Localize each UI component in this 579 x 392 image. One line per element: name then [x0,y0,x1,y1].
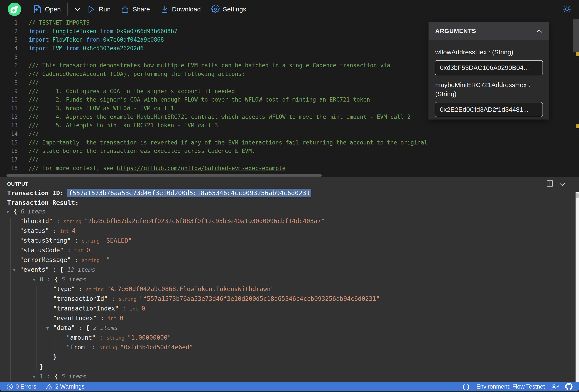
open-dropdown-chevron-icon[interactable] [73,5,82,14]
output-scrollbar-thumb[interactable] [576,193,579,198]
settings-button[interactable]: Settings [211,5,246,14]
editor-horizontal-scrollbar[interactable] [6,174,322,177]
errors-status[interactable]: 0 Errors [6,383,36,390]
line-number: 8 [0,78,18,87]
colon: : [75,324,86,332]
tree-collapse-arrow-icon[interactable]: ▼ [46,324,53,333]
code-text: /// For more context, see https://github… [29,164,286,173]
argument-input-1[interactable] [435,102,543,117]
code-text: /// 5. Attempts to mint an ERC721 token … [29,121,218,130]
colon: : [96,334,107,341]
code-line: 15/// Importantly, the transaction is re… [0,138,579,147]
share-label: Share [133,6,150,13]
opening-brace: [ [60,266,67,273]
line-number: 9 [0,87,18,96]
line-number: 7 [0,70,18,78]
item-count: 5 items [62,276,86,283]
argument-input-0[interactable] [435,60,543,75]
download-button[interactable]: Download [160,5,201,14]
error-circle-icon [6,383,13,390]
line-number: 18 [0,164,18,173]
code-line: 17/// [0,156,579,164]
tree-value: 4 [72,227,75,234]
value-type: string [64,219,84,224]
warnings-status[interactable]: 2 Warnings [46,383,85,390]
code-line: 16/// state before the transaction was e… [0,147,579,156]
tree-key: "errorMessage" [20,256,71,264]
code-text: import FlowToken from 0x7e60df042a9c0868 [29,36,164,44]
collapse-chevron-up-icon[interactable] [536,29,543,33]
tree-row: ▼"data" : { 2 items [0,323,573,333]
colon: : [119,305,130,312]
tree-collapse-arrow-icon[interactable]: ▼ [6,207,13,217]
value-type: int [108,316,120,321]
value-type: int [60,228,72,234]
tree-key: "from" [67,344,88,351]
theme-toggle-sun-icon[interactable] [563,5,571,14]
open-button[interactable]: Open [33,5,61,14]
arguments-panel: ARGUMENTS wflowAddressHex : (String)mayb… [429,22,549,119]
tree-row: "statusCode" : int 0 [0,245,573,255]
transaction-id-value[interactable]: f557a1573b76aa53e73d46f3e10d200d5c18a653… [67,189,311,197]
errors-count: 0 Errors [15,383,36,390]
arguments-panel-body: wflowAddressHex : (String)maybeMintERC72… [429,40,549,120]
code-link[interactable]: https://github.com/onflow/batched-evm-ex… [117,165,286,171]
item-count: 12 items [67,266,95,273]
line-number: 3 [0,36,18,44]
code-text: /// [29,130,39,138]
tree-key: "data" [53,324,75,332]
tree-key: "status" [20,227,49,234]
tree-key: "transactionIndex" [53,305,119,312]
flow-logo-icon[interactable] [8,2,21,16]
opening-brace: { [54,276,62,283]
share-button[interactable]: Share [121,5,150,14]
line-number: 16 [0,147,18,156]
tree-collapse-arrow-icon[interactable]: ▼ [13,265,20,275]
code-text: /// This transaction demonstrates how mu… [29,61,390,70]
settings-label: Settings [223,6,246,13]
line-number: 13 [0,121,18,130]
tree-row: "blockId" : string "2b28cbfb87da2cfec4f0… [0,216,573,226]
code-text: /// Importantly, the transaction is reve… [29,138,428,147]
tree-value: "0xfd3b4cd50d44e6ed" [120,344,193,351]
output-collapse-chevron-down-icon[interactable] [559,181,566,188]
editor-vertical-scrollbar[interactable] [573,19,579,177]
line-number: 2 [0,27,18,36]
run-button[interactable]: Run [87,5,111,14]
tree-row: "errorMessage" : string "" [0,255,573,265]
opening-brace: { [86,324,93,332]
tree-collapse-arrow-icon[interactable]: ▼ [33,275,40,285]
github-icon[interactable] [565,383,573,390]
braces-icon: { } [463,383,470,390]
value-type: string [119,296,140,302]
warnings-count: 2 Warnings [55,383,85,390]
download-icon [160,5,169,14]
arguments-panel-header[interactable]: ARGUMENTS [429,22,549,40]
tree-collapse-arrow-icon[interactable]: ▼ [33,372,40,382]
tree-row: "from" : string "0xfd3b4cd50d44e6ed" [0,342,573,352]
environment-label[interactable]: Environment: Flow Testnet [476,383,545,390]
warning-marker-icon [577,53,579,56]
editor-scrollbar-thumb[interactable] [573,19,579,52]
output-scrollbar[interactable] [576,192,579,382]
argument-label-1: maybeMintERC721AddressHex : (String) [435,80,543,99]
feedback-person-icon[interactable] [551,383,559,390]
tree-value: "f557a1573b76aa53e73d46f3e10d200d5c18a65… [140,295,380,302]
toolbar: Open Run Share [0,0,579,19]
code-text: // TESTNET IMPORTS [29,19,90,27]
code-text: /// 4. Approves the example MaybeMintERC… [29,113,411,121]
open-label: Open [45,6,61,13]
split-view-icon[interactable] [547,180,553,187]
tree-key: "type" [53,285,75,293]
value-type: int [74,248,86,253]
colon: : [108,295,119,302]
code-text: /// CadenceOwnedAccount (COA), performin… [29,70,245,78]
warning-triangle-icon [46,383,53,390]
status-bar: 0 Errors 2 Warnings { } Environment: Flo… [0,382,579,391]
code-line: 13/// 5. Attempts to mint an ERC721 toke… [0,121,579,130]
tree-row: ▼0 : { 5 items [0,275,573,284]
opening-brace: { [54,373,62,380]
tree-value: "1.00000000" [127,334,171,341]
line-number: 11 [0,104,18,113]
code-text: /// [29,78,39,87]
